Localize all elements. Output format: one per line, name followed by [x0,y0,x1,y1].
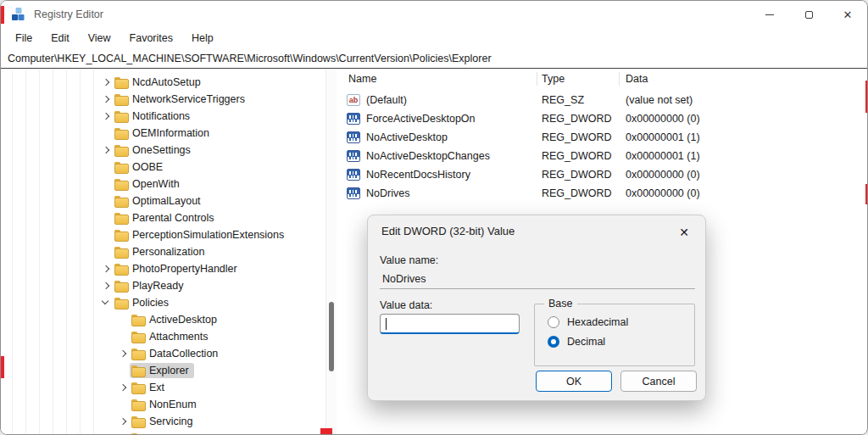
close-button[interactable]: ✕ [828,1,867,28]
folder-icon [114,111,127,121]
tree-item-label: Servicing [149,415,192,427]
value-name-field[interactable]: NoDrives [380,269,695,289]
maximize-icon [805,11,813,19]
menu-file[interactable]: File [6,32,42,44]
column-divider [537,72,537,86]
folder-icon [131,332,144,342]
tree-item-system[interactable]: System [1,430,326,434]
red-marker [1,6,4,24]
tree-item-label: Parental Controls [132,212,214,224]
tree-item-onesettings[interactable]: OneSettings [1,142,326,159]
tree-item-policies[interactable]: Policies [1,294,326,311]
tree-scrollbar-thumb[interactable] [329,302,334,371]
radio-unchecked-icon [548,316,559,328]
tree-item-datacollection[interactable]: DataCollection [1,345,326,362]
column-header-data[interactable]: Data [619,73,648,85]
menu-edit[interactable]: Edit [42,32,79,44]
tree-item-attachments[interactable]: Attachments [1,328,326,345]
tree-item-servicing[interactable]: Servicing [1,413,326,430]
text-caret [386,318,387,330]
tree-item-parental-controls[interactable]: Parental Controls [1,209,326,226]
list-header: Name Type Data [337,70,866,88]
menu-view[interactable]: View [79,32,120,44]
tree-item-label: NetworkServiceTriggers [132,93,245,105]
tree-item-label: NonEnum [149,399,197,410]
close-icon: ✕ [679,226,689,238]
address-bar[interactable]: Computer\HKEY_LOCAL_MACHINE\SOFTWARE\Mic… [1,48,867,69]
menu-favorites[interactable]: Favorites [120,32,182,44]
tree-item-label: OEMInformation [132,127,209,139]
close-icon: ✕ [843,9,853,20]
value-type: REG_DWORD [537,131,619,143]
reg-dword-icon [347,113,360,125]
tree-item-label: Notifications [132,110,190,122]
value-name: NoDrives [366,187,409,199]
minimize-icon [765,14,774,15]
tree-item-oobe[interactable]: OOBE [1,159,326,176]
chevron-right-icon[interactable] [99,143,113,157]
window-title: Registry Editor [34,8,103,20]
chevron-down-icon[interactable] [99,296,113,310]
cancel-button[interactable]: Cancel [620,371,697,392]
chevron-right-icon[interactable] [99,75,113,89]
chevron-placeholder [116,364,130,377]
reg-dword-icon [347,131,360,143]
column-header-type[interactable]: Type [537,73,619,85]
chevron-right-icon[interactable] [99,109,113,123]
value-row-norecentdocshistory[interactable]: NoRecentDocsHistory REG_DWORD 0x00000000… [337,165,866,184]
chevron-right-icon[interactable] [116,415,130,428]
value-name: NoActiveDesktop [366,131,448,143]
tree-item-optimallayout[interactable]: OptimalLayout [1,192,326,209]
base-group-label: Base [544,298,577,310]
chevron-placeholder [99,160,113,174]
chevron-placeholder [99,126,113,140]
folder-icon [131,399,144,410]
chevron-right-icon[interactable] [99,262,113,276]
menu-help[interactable]: Help [182,32,223,44]
value-row-forceactivedesktopon[interactable]: ForceActiveDesktopOn REG_DWORD 0x0000000… [337,109,866,128]
tree-scrollbar[interactable] [326,70,337,434]
value-row-noactivedesktop[interactable]: NoActiveDesktop REG_DWORD 0x00000001 (1) [337,128,866,147]
tree-item-notifications[interactable]: Notifications [1,108,326,125]
ok-button[interactable]: OK [536,371,612,392]
base-groupbox [534,304,695,366]
tree-item-ncdautosetup[interactable]: NcdAutoSetup [1,74,326,91]
minimize-button[interactable] [750,1,789,28]
chevron-right-icon[interactable] [116,381,130,394]
red-marker [320,428,332,435]
folder-icon [131,315,144,325]
tree-item-oeminformation[interactable]: OEMInformation [1,125,326,142]
tree-item-ext[interactable]: Ext [1,379,326,396]
tree-item-playready[interactable]: PlayReady [1,277,326,294]
column-header-name[interactable]: Name [337,73,537,85]
tree-item-nonenum[interactable]: NonEnum [1,396,326,413]
tree-item-label: Ext [149,382,164,393]
maximize-button[interactable] [789,1,828,28]
value-row-noactivedesktopchanges[interactable]: NoActiveDesktopChanges REG_DWORD 0x00000… [337,147,866,165]
folder-icon [131,349,144,359]
registry-path: Computer\HKEY_LOCAL_MACHINE\SOFTWARE\Mic… [8,53,492,64]
radio-hexadecimal[interactable]: Hexadecimal [548,316,628,328]
chevron-right-icon[interactable] [116,432,130,434]
chevron-right-icon[interactable] [99,92,113,106]
value-row-default[interactable]: ab(Default) REG_SZ (value not set) [337,91,866,109]
value-data-input[interactable] [380,314,520,334]
title-bar: Registry Editor ✕ [1,1,867,28]
tree-item-personalization[interactable]: Personalization [1,243,326,260]
radio-decimal[interactable]: Decimal [548,336,605,348]
tree-item-perceptionsimulationextensions[interactable]: PerceptionSimulationExtensions [1,226,326,243]
tree-item-photopropertyhandler[interactable]: PhotoPropertyHandler [1,260,326,277]
dialog-close-button[interactable]: ✕ [671,221,697,243]
tree-item-openwith[interactable]: OpenWith [1,176,326,192]
chevron-right-icon[interactable] [116,347,130,360]
value-type: REG_SZ [537,94,619,106]
chevron-placeholder [99,211,113,225]
value-row-nodrives[interactable]: NoDrives REG_DWORD 0x00000000 (0) [337,184,866,203]
tree-item-explorer-selected[interactable]: Explorer [1,362,326,379]
reg-dword-icon [347,187,360,199]
tree-item-networkservicetriggers[interactable]: NetworkServiceTriggers [1,91,326,108]
folder-icon [114,94,127,104]
chevron-right-icon[interactable] [99,279,113,293]
tree-item-label: PlayReady [132,280,183,292]
tree-item-activedesktop[interactable]: ActiveDesktop [1,311,326,328]
